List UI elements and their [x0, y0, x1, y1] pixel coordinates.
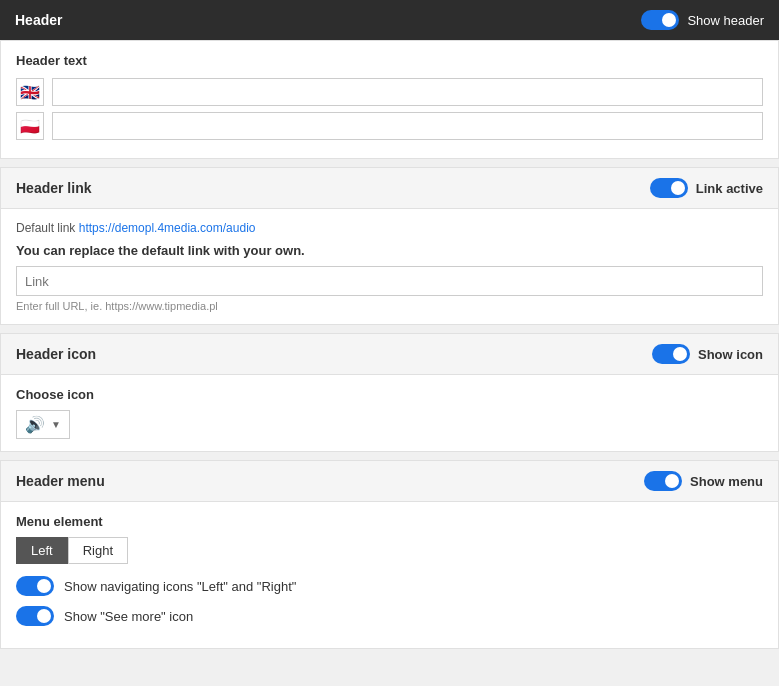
link-active-label: Link active — [696, 181, 763, 196]
replace-link-text: You can replace the default link with yo… — [16, 243, 763, 258]
menu-element-btn-group: Left Right — [16, 537, 763, 564]
see-more-label: Show "See more" icon — [64, 609, 193, 624]
flag-pl-icon: 🇵🇱 — [20, 117, 40, 136]
link-input[interactable] — [16, 266, 763, 296]
page-title: Header — [15, 12, 62, 28]
see-more-toggle[interactable] — [16, 606, 54, 626]
header-text-title: Header text — [16, 53, 763, 68]
default-link-url[interactable]: https://demopl.4media.com/audio — [79, 221, 256, 235]
show-icon-toggle[interactable] — [652, 344, 690, 364]
menu-element-label: Menu element — [16, 514, 763, 529]
flag-pl: 🇵🇱 — [16, 112, 44, 140]
nav-icons-label: Show navigating icons "Left" and "Right" — [64, 579, 296, 594]
btn-right[interactable]: Right — [68, 537, 128, 564]
lang-row-en: 🇬🇧 — [16, 78, 763, 106]
show-header-toggle[interactable] — [641, 10, 679, 30]
header-link-body: Default link https://demopl.4media.com/a… — [1, 209, 778, 324]
link-hint: Enter full URL, ie. https://www.tipmedia… — [16, 300, 763, 312]
header-link-header: Header link Link active — [1, 168, 778, 209]
header-menu-title: Header menu — [16, 473, 105, 489]
default-link-row: Default link https://demopl.4media.com/a… — [16, 221, 763, 235]
show-menu-toggle-row: Show menu — [644, 471, 763, 491]
show-icon-label: Show icon — [698, 347, 763, 362]
header-text-en-input[interactable] — [52, 78, 763, 106]
show-header-toggle-row: Show header — [641, 10, 764, 30]
show-menu-toggle[interactable] — [644, 471, 682, 491]
lang-row-pl: 🇵🇱 — [16, 112, 763, 140]
show-header-label: Show header — [687, 13, 764, 28]
header-menu-header: Header menu Show menu — [1, 461, 778, 502]
page-header: Header Show header — [0, 0, 779, 40]
flag-en: 🇬🇧 — [16, 78, 44, 106]
header-menu-section: Header menu Show menu Menu element Left … — [0, 460, 779, 649]
link-active-toggle[interactable] — [650, 178, 688, 198]
header-link-section: Header link Link active Default link htt… — [0, 167, 779, 325]
header-icon-title: Header icon — [16, 346, 96, 362]
show-icon-toggle-row: Show icon — [652, 344, 763, 364]
header-link-title: Header link — [16, 180, 91, 196]
dropdown-arrow-icon: ▼ — [51, 419, 61, 430]
header-icon-header: Header icon Show icon — [1, 334, 778, 375]
header-icon-section: Header icon Show icon Choose icon 🔊 ▼ — [0, 333, 779, 452]
header-text-pl-input[interactable] — [52, 112, 763, 140]
selected-icon-symbol: 🔊 — [25, 415, 45, 434]
flag-uk-icon: 🇬🇧 — [20, 83, 40, 102]
link-active-toggle-row: Link active — [650, 178, 763, 198]
header-menu-body: Menu element Left Right Show navigating … — [1, 502, 778, 648]
show-menu-label: Show menu — [690, 474, 763, 489]
nav-icons-toggle[interactable] — [16, 576, 54, 596]
default-link-prefix: Default link — [16, 221, 75, 235]
nav-icons-toggle-row: Show navigating icons "Left" and "Right" — [16, 576, 763, 596]
see-more-toggle-row: Show "See more" icon — [16, 606, 763, 626]
header-text-section: Header text 🇬🇧 🇵🇱 — [0, 40, 779, 159]
header-text-body: Header text 🇬🇧 🇵🇱 — [1, 41, 778, 158]
btn-left[interactable]: Left — [16, 537, 68, 564]
icon-dropdown-button[interactable]: 🔊 ▼ — [16, 410, 70, 439]
header-icon-body: Choose icon 🔊 ▼ — [1, 375, 778, 451]
choose-icon-label: Choose icon — [16, 387, 763, 402]
